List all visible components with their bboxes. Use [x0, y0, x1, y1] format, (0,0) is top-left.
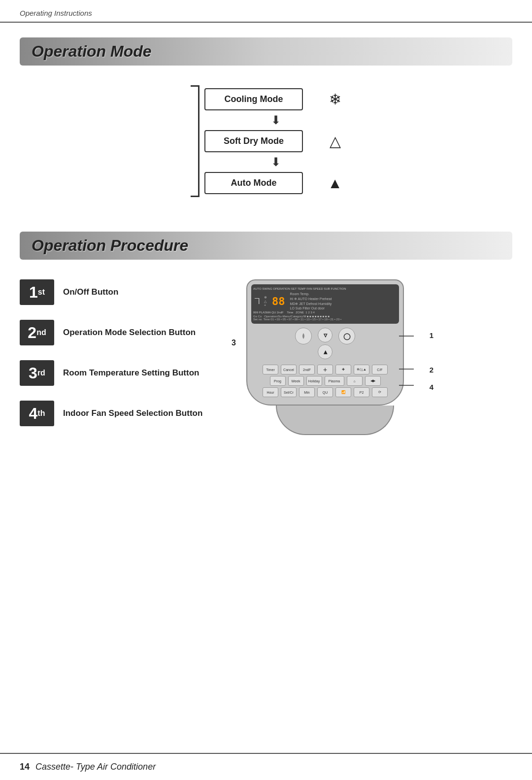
btn-wifi[interactable]: 📶 [335, 387, 351, 397]
section1-title: Operation Mode [32, 42, 152, 60]
screen-plasma-label: 999 PLASMA QU 2ndF Time ZONE 1 2 3 4 [253, 311, 315, 314]
remote-row-program: Prog Week Holiday Plasma ⌂ ◀▶ [254, 376, 396, 386]
callout-4: 4 [430, 383, 433, 391]
step-label-3: Room Temperature Setting Button [63, 368, 199, 378]
remote-screen: AUTO SWING OPERATION SET TEMP FAN SPEED … [251, 284, 399, 324]
arrow-down-2: ⬇ [271, 156, 281, 168]
remote-btn-auto-swing[interactable] [295, 328, 312, 344]
step-ord-3: rd [37, 369, 45, 377]
btn-plasma[interactable]: ✚ [335, 365, 351, 374]
section2-title: Operation Procedure [32, 237, 188, 254]
btn-holiday[interactable]: Holiday [306, 376, 322, 386]
remote-body: AUTO SWING OPERATION SET TEMP FAN SPEED … [246, 279, 404, 406]
section-operation-mode: Operation Mode Cooling Mode ❄ ⬇ [0, 23, 532, 207]
remote-rows-section: Timer Cancel 2ndF + ✚ ❄/△▲ C/F Prog [251, 361, 399, 401]
remote-btn-onoff[interactable]: ◯ [338, 328, 355, 344]
btn-cancel[interactable]: Cancel [281, 365, 297, 374]
btn-back[interactable]: ◀▶ [365, 376, 381, 386]
cooling-mode-row: Cooling Mode ❄ [204, 88, 347, 110]
cooling-mode-box: Cooling Mode [204, 88, 303, 110]
step-row-1: 1st On/Off Button [20, 279, 232, 305]
btn-timer[interactable]: Timer [263, 365, 278, 374]
section-operation-procedure: Operation Procedure 1st On/Off Button 2n… [0, 217, 532, 445]
callout-3: 3 [232, 339, 236, 347]
procedure-section: 1st On/Off Button 2nd Operation Mode Sel… [0, 260, 532, 445]
callout-2: 2 [430, 366, 433, 374]
btn-qu[interactable]: QU [317, 387, 333, 397]
auto-mode-icon: ▲ [323, 175, 347, 192]
btn-2ndf[interactable]: 2ndF [299, 365, 315, 374]
screen-mid-row: ヿ ❄△+ 88 Room Temp.Hi ❄ AUTO Heater Preh… [253, 292, 397, 311]
step-row-2: 2nd Operation Mode Selection Button [20, 320, 232, 345]
section2-title-banner: Operation Procedure [20, 232, 512, 260]
step-badge-4: 4th [20, 401, 54, 426]
step-ord-2: nd [36, 329, 46, 337]
screen-icons-left: ❄△+ [264, 296, 267, 307]
btn-min[interactable]: Min [299, 387, 315, 397]
btn-p2[interactable]: P2 [354, 387, 369, 397]
left-bracket [185, 85, 200, 197]
step-ord-1: st [38, 288, 45, 296]
modes-with-arrows: Cooling Mode ❄ ⬇ Soft Dry Mode △ ⬇ Aut [204, 85, 347, 197]
btn-week[interactable]: Week [288, 376, 304, 386]
step-row-4: 4th Indoor Fan Speed Selection Button [20, 401, 232, 426]
step-badge-1: 1st [20, 279, 54, 305]
screen-label-autoswig: AUTO SWING OPERATION SET TEMP FAN SPEED … [253, 287, 346, 290]
screen-digits: 88 [272, 295, 285, 307]
step-num-1: 1 [29, 284, 38, 300]
remote-top-buttons-row: ▿ ▴ ◯ [251, 328, 399, 359]
screen-bot-row: 999 PLASMA QU 2ndF Time ZONE 1 2 3 4 [253, 311, 397, 314]
soft-dry-mode-box: Soft Dry Mode [204, 130, 303, 152]
btn-program[interactable]: Prog [270, 376, 286, 386]
step-ord-4: th [37, 409, 45, 417]
step-num-2: 2 [28, 325, 36, 340]
remote-temp-btns: ▿ ▴ [318, 328, 332, 359]
remote-btn-temp-down[interactable]: ▿ [318, 328, 332, 342]
auto-mode-box: Auto Mode [204, 172, 303, 194]
step-row-3: 3rd Room Temperature Setting Button [20, 360, 232, 386]
section1-title-banner: Operation Mode [20, 37, 512, 66]
remote-column: 3 AUTO SWING OPERATION SET TEMP FAN SPEE… [246, 279, 512, 435]
callout-1: 1 [430, 331, 433, 339]
mode-section: Cooling Mode ❄ ⬇ Soft Dry Mode △ ⬇ Aut [0, 66, 532, 207]
footer-text: Cassette- Type Air Conditioner [35, 762, 156, 772]
step-badge-3: 3rd [20, 360, 54, 386]
screen-fan-icon: ヿ [253, 297, 261, 306]
btn-fan-icons[interactable]: ❄/△▲ [354, 365, 369, 374]
screen-icons-right: Room Temp.Hi ❄ AUTO Heater PreheatMD❄ JE… [290, 292, 332, 311]
footer-bar: 14 Cassette- Type Air Conditioner [0, 753, 532, 780]
cooling-mode-icon: ❄ [323, 91, 347, 108]
screen-setno-line: Set no. Time 01 • 03 • 05 • 07 • 09 • 11… [253, 318, 397, 321]
soft-dry-mode-row: Soft Dry Mode △ [204, 130, 347, 152]
cooling-mode-label: Cooling Mode [225, 94, 283, 104]
screen-top-row: AUTO SWING OPERATION SET TEMP FAN SPEED … [253, 287, 397, 290]
bracket-container: Cooling Mode ❄ ⬇ Soft Dry Mode △ ⬇ Aut [185, 85, 347, 197]
step-badge-2: 2nd [20, 320, 54, 345]
auto-mode-label: Auto Mode [231, 178, 277, 188]
step-num-3: 3 [29, 365, 37, 381]
step-label-2: Operation Mode Selection Button [63, 328, 196, 338]
bracket-bottom-horizontal [191, 196, 200, 197]
btn-circle-arrow[interactable]: ⟳ [372, 387, 388, 397]
btn-plasma2[interactable]: Plasma [325, 376, 344, 386]
step-label-1: On/Off Button [63, 287, 118, 297]
steps-column: 1st On/Off Button 2nd Operation Mode Sel… [20, 279, 232, 426]
auto-mode-row: Auto Mode ▲ [204, 172, 347, 194]
soft-dry-mode-icon: △ [323, 133, 347, 150]
procedure-content: 1st On/Off Button 2nd Operation Mode Sel… [20, 279, 512, 435]
step-num-4: 4 [29, 406, 38, 421]
soft-dry-mode-label: Soft Dry Mode [224, 136, 284, 146]
remote-row-timer: Timer Cancel 2ndF + ✚ ❄/△▲ C/F [254, 365, 396, 374]
step-label-4: Indoor Fan Speed Selection Button [63, 408, 202, 418]
arrow-down-1: ⬇ [271, 114, 281, 126]
btn-setcr[interactable]: Set/Cr [281, 387, 297, 397]
remote-row-hour: Hour Set/Cr Min QU 📶 P2 ⟳ [254, 387, 396, 397]
btn-plus[interactable]: + [317, 365, 333, 374]
btn-cf[interactable]: C/F [372, 365, 388, 374]
remote-wrapper: 3 AUTO SWING OPERATION SET TEMP FAN SPEE… [246, 279, 424, 435]
btn-home[interactable]: ⌂ [347, 376, 363, 386]
remote-btn-temp-up[interactable]: ▴ [318, 344, 332, 359]
btn-hour[interactable]: Hour [263, 387, 278, 397]
header-bar: Operating Instructions [0, 0, 532, 23]
bracket-vertical-line [198, 87, 200, 196]
